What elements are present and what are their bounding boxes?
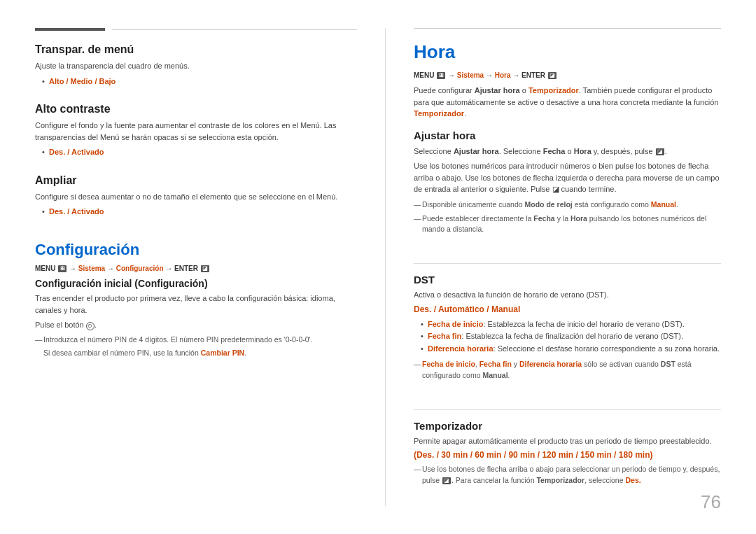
transpar-title: Transpar. de menú — [35, 43, 357, 56]
ajustar-hora-body1: Seleccione Ajustar hora. Seleccione Fech… — [414, 146, 721, 157]
divider-dst — [414, 263, 721, 264]
ajustar-hora-title: Ajustar hora — [414, 129, 721, 141]
temporizador-body: Permite apagar automáticamente el produc… — [414, 435, 721, 447]
dst-options: Des. / Automático / Manual — [414, 304, 721, 314]
section-config-inicial: Configuración inicial (Configuración) Tr… — [35, 278, 357, 359]
hora-title: Hora — [414, 41, 721, 63]
page-number: 76 — [701, 491, 721, 513]
right-top-divider — [414, 28, 721, 29]
configuracion-menu-path: MENU ⊞ → Sistema → Configuración → ENTER… — [35, 265, 357, 272]
section-temporizador: Temporizador Permite apagar automáticame… — [414, 420, 721, 489]
section-dst: DST Activa o desactiva la función de hor… — [414, 274, 721, 384]
section-alto: Alto contraste Configure el fondo y la f… — [35, 103, 357, 159]
config-inicial-title: Configuración inicial (Configuración) — [35, 278, 357, 289]
section-configuracion: Configuración MENU ⊞ → Sistema → Configu… — [35, 241, 357, 374]
configuracion-title: Configuración — [35, 241, 357, 259]
ajustar-hora-note2: Puede establecer directamente la Fecha y… — [414, 213, 721, 236]
transpar-body: Ajuste la transparencia del cuadro de me… — [35, 60, 357, 72]
transpar-bullet-text: Alto / Medio / Bajo — [49, 77, 115, 85]
temporizador-title: Temporizador — [414, 420, 721, 432]
transpar-bullet: Alto / Medio / Bajo — [42, 76, 357, 88]
ajustar-hora-note1: Disponible únicamente cuando Modo de rel… — [414, 199, 721, 211]
transpar-bullets: Alto / Medio / Bajo — [35, 76, 357, 88]
dst-title: DST — [414, 274, 721, 286]
ampliar-bullets: Des. / Activado — [35, 206, 357, 218]
section-ampliar: Ampliar Configure si desea aumentar o no… — [35, 174, 357, 218]
hora-intro: Puede configurar Ajustar hora o Temporiz… — [414, 85, 721, 120]
dst-note: Fecha de inicio, Fecha fin y Diferencia … — [414, 359, 721, 381]
config-inicial-note1b: Si desea cambiar el número PIN, use la f… — [35, 348, 357, 359]
pulse-icon: ⊙ — [86, 322, 94, 330]
section-ajustar-hora: Ajustar hora Seleccione Ajustar hora. Se… — [414, 129, 721, 238]
dst-bullet-fecha-inicio: Fecha de inicio: Establezca la fecha de … — [421, 318, 721, 331]
menu-icon: ⊞ — [58, 265, 66, 272]
ajustar-enter-icon: ◪ — [656, 148, 664, 155]
temp-enter-icon: ◪ — [442, 477, 451, 484]
left-column: Transpar. de menú Ajuste la transparenci… — [35, 28, 357, 506]
temporizador-note1: Use los botones de flecha arriba o abajo… — [414, 464, 721, 486]
alto-body: Configure el fondo y la fuente para aume… — [35, 120, 357, 143]
ampliar-bullet: Des. / Activado — [42, 206, 357, 218]
divider-thin — [112, 29, 357, 30]
dst-bullet-fecha-fin: Fecha fin: Establezca la fecha de finali… — [421, 330, 721, 343]
config-inicial-note1: Introduzca el número PIN de 4 dígitos. E… — [35, 335, 357, 346]
alto-title: Alto contraste — [35, 103, 357, 115]
hora-enter-icon: ◪ — [548, 72, 556, 79]
dst-body: Activa o desactiva la función de horario… — [414, 289, 721, 301]
ajustar-hora-body2: Use los botones numéricos para introduci… — [414, 160, 721, 195]
top-dividers — [35, 28, 357, 31]
ampliar-bullet-text: Des. / Activado — [49, 207, 104, 216]
config-inicial-body: Tras encender el producto por primera ve… — [35, 293, 357, 316]
section-transpar: Transpar. de menú Ajuste la transparenci… — [35, 43, 357, 87]
dst-bullets: Fecha de inicio: Establezca la fecha de … — [414, 318, 721, 356]
enter-icon: ◪ — [201, 265, 209, 272]
dst-bullet-diferencia: Diferencia horaria: Seleccione el desfas… — [421, 343, 721, 356]
config-inicial-pulse: Pulse el botón ⊙. — [35, 319, 357, 331]
alto-bullets: Des. / Activado — [35, 146, 357, 159]
hora-menu-path: MENU ⊞ → Sistema → Hora → ENTER ◪ — [414, 71, 721, 79]
hora-menu-icon: ⊞ — [437, 72, 445, 79]
alto-bullet: Des. / Activado — [42, 146, 357, 159]
ampliar-body: Configure si desea aumentar o no de tama… — [35, 191, 357, 203]
ampliar-title: Ampliar — [35, 174, 357, 187]
divider-temp — [414, 409, 721, 410]
alto-bullet-text: Des. / Activado — [49, 148, 104, 156]
divider-thick — [35, 28, 105, 31]
right-column: Hora MENU ⊞ → Sistema → Hora → ENTER ◪ P… — [385, 28, 721, 506]
temporizador-options: (Des. / 30 min / 60 min / 90 min / 120 m… — [414, 450, 721, 460]
